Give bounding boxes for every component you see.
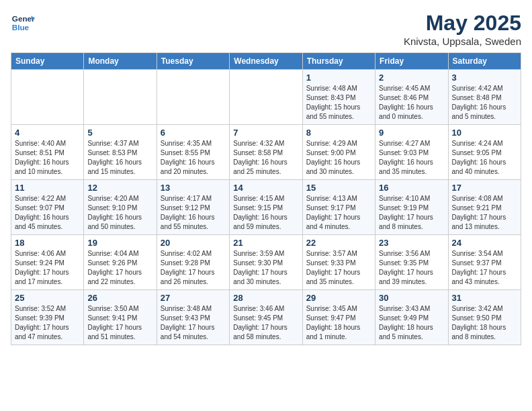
day-number: 26 — [87, 293, 152, 303]
calendar-cell: 7Sunrise: 4:32 AM Sunset: 8:58 PM Daylig… — [230, 125, 302, 180]
day-number: 2 — [379, 73, 444, 83]
day-info: Sunrise: 4:35 AM Sunset: 8:55 PM Dayligh… — [161, 139, 226, 177]
day-info: Sunrise: 3:57 AM Sunset: 9:33 PM Dayligh… — [306, 249, 371, 287]
col-header-thursday: Thursday — [302, 53, 375, 70]
calendar-cell: 25Sunrise: 3:52 AM Sunset: 9:39 PM Dayli… — [11, 290, 84, 345]
calendar-cell: 1Sunrise: 4:48 AM Sunset: 8:43 PM Daylig… — [302, 70, 375, 125]
day-number: 7 — [233, 128, 298, 138]
calendar-cell: 2Sunrise: 4:45 AM Sunset: 8:46 PM Daylig… — [375, 70, 448, 125]
logo-icon: General Blue — [11, 11, 35, 35]
calendar-cell — [230, 70, 302, 125]
calendar-body: 1Sunrise: 4:48 AM Sunset: 8:43 PM Daylig… — [11, 70, 521, 345]
day-info: Sunrise: 4:48 AM Sunset: 8:43 PM Dayligh… — [306, 84, 371, 122]
day-number: 23 — [379, 238, 444, 248]
day-info: Sunrise: 4:29 AM Sunset: 9:00 PM Dayligh… — [306, 139, 371, 177]
day-info: Sunrise: 4:13 AM Sunset: 9:17 PM Dayligh… — [306, 194, 371, 232]
calendar-cell: 20Sunrise: 4:02 AM Sunset: 9:28 PM Dayli… — [157, 235, 229, 290]
calendar-cell: 5Sunrise: 4:37 AM Sunset: 8:53 PM Daylig… — [84, 125, 157, 180]
calendar-cell: 12Sunrise: 4:20 AM Sunset: 9:10 PM Dayli… — [84, 180, 157, 235]
calendar-cell: 14Sunrise: 4:15 AM Sunset: 9:15 PM Dayli… — [230, 180, 302, 235]
day-info: Sunrise: 3:48 AM Sunset: 9:43 PM Dayligh… — [161, 304, 226, 342]
day-info: Sunrise: 4:10 AM Sunset: 9:19 PM Dayligh… — [379, 194, 444, 232]
day-info: Sunrise: 4:02 AM Sunset: 9:28 PM Dayligh… — [161, 249, 226, 287]
day-number: 19 — [87, 238, 152, 248]
calendar-cell: 26Sunrise: 3:50 AM Sunset: 9:41 PM Dayli… — [84, 290, 157, 345]
day-number: 20 — [161, 238, 226, 248]
day-number: 16 — [379, 183, 444, 193]
day-info: Sunrise: 4:45 AM Sunset: 8:46 PM Dayligh… — [379, 84, 444, 122]
calendar-cell: 17Sunrise: 4:08 AM Sunset: 9:21 PM Dayli… — [448, 180, 521, 235]
svg-text:Blue: Blue — [12, 23, 30, 32]
calendar-header-row: SundayMondayTuesdayWednesdayThursdayFrid… — [11, 53, 521, 70]
day-info: Sunrise: 4:37 AM Sunset: 8:53 PM Dayligh… — [87, 139, 152, 177]
day-number: 24 — [452, 238, 517, 248]
day-number: 13 — [161, 183, 226, 193]
location: Knivsta, Uppsala, Sweden — [404, 36, 521, 47]
calendar-cell: 11Sunrise: 4:22 AM Sunset: 9:07 PM Dayli… — [11, 180, 84, 235]
day-number: 14 — [233, 183, 298, 193]
col-header-sunday: Sunday — [11, 53, 84, 70]
day-number: 17 — [452, 183, 517, 193]
calendar-cell: 4Sunrise: 4:40 AM Sunset: 8:51 PM Daylig… — [11, 125, 84, 180]
calendar-cell: 21Sunrise: 3:59 AM Sunset: 9:30 PM Dayli… — [230, 235, 302, 290]
calendar-cell: 22Sunrise: 3:57 AM Sunset: 9:33 PM Dayli… — [302, 235, 375, 290]
day-info: Sunrise: 4:22 AM Sunset: 9:07 PM Dayligh… — [15, 194, 80, 232]
col-header-tuesday: Tuesday — [157, 53, 229, 70]
calendar-cell — [84, 70, 157, 125]
month-title: May 2025 — [404, 11, 521, 36]
col-header-saturday: Saturday — [448, 53, 521, 70]
day-number: 27 — [161, 293, 226, 303]
day-number: 3 — [452, 73, 517, 83]
day-number: 29 — [306, 293, 371, 303]
calendar-table: SundayMondayTuesdayWednesdayThursdayFrid… — [11, 52, 521, 345]
calendar-cell: 19Sunrise: 4:04 AM Sunset: 9:26 PM Dayli… — [84, 235, 157, 290]
day-info: Sunrise: 4:42 AM Sunset: 8:48 PM Dayligh… — [452, 84, 517, 122]
col-header-monday: Monday — [84, 53, 157, 70]
calendar-week-3: 11Sunrise: 4:22 AM Sunset: 9:07 PM Dayli… — [11, 180, 521, 235]
day-info: Sunrise: 4:27 AM Sunset: 9:03 PM Dayligh… — [379, 139, 444, 177]
day-info: Sunrise: 4:04 AM Sunset: 9:26 PM Dayligh… — [87, 249, 152, 287]
calendar-cell: 16Sunrise: 4:10 AM Sunset: 9:19 PM Dayli… — [375, 180, 448, 235]
col-header-friday: Friday — [375, 53, 448, 70]
day-info: Sunrise: 4:40 AM Sunset: 8:51 PM Dayligh… — [15, 139, 80, 177]
calendar-cell: 30Sunrise: 3:43 AM Sunset: 9:49 PM Dayli… — [375, 290, 448, 345]
calendar-cell: 28Sunrise: 3:46 AM Sunset: 9:45 PM Dayli… — [230, 290, 302, 345]
col-header-wednesday: Wednesday — [230, 53, 302, 70]
day-info: Sunrise: 4:15 AM Sunset: 9:15 PM Dayligh… — [233, 194, 298, 232]
day-number: 11 — [15, 183, 80, 193]
calendar-cell: 13Sunrise: 4:17 AM Sunset: 9:12 PM Dayli… — [157, 180, 229, 235]
day-info: Sunrise: 3:54 AM Sunset: 9:37 PM Dayligh… — [452, 249, 517, 287]
day-number: 25 — [15, 293, 80, 303]
calendar-cell: 3Sunrise: 4:42 AM Sunset: 8:48 PM Daylig… — [448, 70, 521, 125]
calendar-cell: 15Sunrise: 4:13 AM Sunset: 9:17 PM Dayli… — [302, 180, 375, 235]
day-number: 6 — [161, 128, 226, 138]
calendar-week-1: 1Sunrise: 4:48 AM Sunset: 8:43 PM Daylig… — [11, 70, 521, 125]
calendar-cell: 24Sunrise: 3:54 AM Sunset: 9:37 PM Dayli… — [448, 235, 521, 290]
day-number: 22 — [306, 238, 371, 248]
calendar-cell — [11, 70, 84, 125]
day-number: 31 — [452, 293, 517, 303]
calendar-cell: 6Sunrise: 4:35 AM Sunset: 8:55 PM Daylig… — [157, 125, 229, 180]
logo: General Blue — [11, 11, 35, 35]
day-info: Sunrise: 4:06 AM Sunset: 9:24 PM Dayligh… — [15, 249, 80, 287]
day-info: Sunrise: 4:08 AM Sunset: 9:21 PM Dayligh… — [452, 194, 517, 232]
day-info: Sunrise: 3:56 AM Sunset: 9:35 PM Dayligh… — [379, 249, 444, 287]
calendar-week-4: 18Sunrise: 4:06 AM Sunset: 9:24 PM Dayli… — [11, 235, 521, 290]
day-number: 28 — [233, 293, 298, 303]
day-info: Sunrise: 3:42 AM Sunset: 9:50 PM Dayligh… — [452, 304, 517, 342]
day-number: 15 — [306, 183, 371, 193]
day-info: Sunrise: 4:20 AM Sunset: 9:10 PM Dayligh… — [87, 194, 152, 232]
day-number: 18 — [15, 238, 80, 248]
day-info: Sunrise: 3:43 AM Sunset: 9:49 PM Dayligh… — [379, 304, 444, 342]
day-info: Sunrise: 3:50 AM Sunset: 9:41 PM Dayligh… — [87, 304, 152, 342]
day-info: Sunrise: 4:32 AM Sunset: 8:58 PM Dayligh… — [233, 139, 298, 177]
day-number: 10 — [452, 128, 517, 138]
calendar-cell — [157, 70, 229, 125]
day-number: 8 — [306, 128, 371, 138]
day-info: Sunrise: 3:45 AM Sunset: 9:47 PM Dayligh… — [306, 304, 371, 342]
day-number: 21 — [233, 238, 298, 248]
calendar-cell: 31Sunrise: 3:42 AM Sunset: 9:50 PM Dayli… — [448, 290, 521, 345]
calendar-cell: 10Sunrise: 4:24 AM Sunset: 9:05 PM Dayli… — [448, 125, 521, 180]
calendar-cell: 18Sunrise: 4:06 AM Sunset: 9:24 PM Dayli… — [11, 235, 84, 290]
day-number: 1 — [306, 73, 371, 83]
